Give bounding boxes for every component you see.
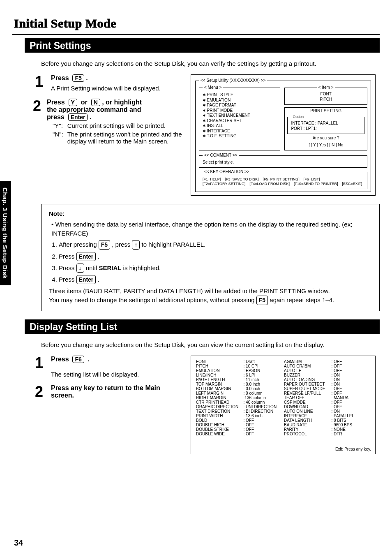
key-f6: F6 — [72, 356, 84, 363]
exit-line: Exit: Press any key. — [195, 447, 371, 451]
key-enter: Enter — [76, 275, 96, 284]
key-y: Y — [69, 99, 77, 106]
key-f5: F5 — [256, 296, 268, 305]
page-number: 34 — [14, 538, 23, 548]
section-bar-print-settings: Print Settings — [25, 38, 380, 53]
menu-item: CHARACTER SET — [203, 118, 277, 124]
step-text: Press any key to return to the Main scre… — [51, 384, 185, 399]
print-setting-title: PRINT SETTING — [287, 109, 364, 114]
key-n: N — [91, 99, 100, 106]
key-f5: F5 — [99, 240, 110, 249]
step-2: 2 Press any key to return to the Main sc… — [33, 384, 185, 399]
table-row: FONT: DraftAGM/IBM: OFF — [195, 359, 371, 364]
table-row: TOP MARGIN: 0.0 inchPAPER OUT DETECT: ON — [195, 382, 371, 386]
side-tab: Chap. 3 Using the Setup Disk — [0, 181, 11, 285]
t: Press — [47, 99, 65, 106]
note-li: Press ↓ until SERIAL is highlighted. — [59, 264, 372, 273]
table-row: DOUBLE WIDE: OFFPROTOCOL: DTR — [195, 432, 371, 436]
menu-item: INSTALL — [203, 123, 277, 129]
key-op: [F4=LOAD FROM DISK] — [249, 182, 290, 186]
setting-list-screen: FONT: DraftAGM/IBM: OFFPITCH: 10 CPIAUTO… — [191, 356, 376, 454]
y-label: "Y": — [51, 122, 65, 130]
confirm-text: Are you sure ? — [287, 136, 364, 141]
note-li: After pressing F5 , press ↑ to highlight… — [59, 240, 372, 249]
table-row: TEXT DIRECTION: BI DIRECTIONAUTO ON LINE… — [195, 409, 371, 414]
opt-line: INTERFACE : PARALLEL — [291, 121, 361, 126]
note-tail: You may need to change the settings of a… — [49, 296, 372, 305]
page-title: Initial Setup Mode — [14, 16, 380, 30]
item-line: FONT — [288, 92, 364, 97]
key-down-arrow: ↓ — [76, 264, 84, 273]
section-intro: Before you change any selections on the … — [41, 341, 380, 348]
key-op: [ESC=EXIT] — [342, 182, 362, 186]
table-row: LINE/INCH: 6 LPIBUZZER: ON — [195, 373, 371, 377]
comment-legend: << COMMENT >> — [203, 153, 239, 158]
t: , or highlight — [102, 99, 142, 106]
table-row: BOTTOM MARGIN: 0.0 inchSUPER QUIET MODE:… — [195, 386, 371, 391]
step-number: 2 — [33, 384, 45, 399]
table-row: LEFT MARGIN: 0 columnREVERSE LF/PULL: OF… — [195, 391, 371, 395]
note-li: Press Enter . — [59, 252, 372, 261]
yn-options: [ [ Y ] Yes ] [ N ] No — [287, 143, 364, 148]
menu-item: PAGE FORMAT — [203, 103, 277, 108]
section-title: Display Setting List — [25, 319, 380, 334]
key-enter: Enter — [68, 113, 88, 121]
comment-text: Select print style. — [203, 160, 364, 165]
rule — [12, 34, 380, 35]
key-op: [F5=PRINT SETTING] — [263, 177, 300, 182]
setup-utility-screen: << Setup Utility (XXXXXXXXXX) >> < Menu … — [191, 74, 376, 196]
step-1: 1 Press F5 . A Print Setting window will… — [33, 74, 185, 92]
n-label: "N": — [51, 130, 65, 145]
table-row: CTR PRINTHEAD: 40 columnCSF MODE: OFF — [195, 400, 371, 405]
table-row: DOUBLE STRIKE: OFFPARITY: NONE — [195, 427, 371, 432]
note-label: Note: — [49, 209, 372, 218]
item-line: PITCH — [288, 97, 364, 102]
note-tail: Three items (BAUD RATE, PARITY and DATA … — [49, 287, 372, 296]
step-number: 1 — [33, 356, 45, 379]
key-op: [F3=SAVE TO DISK] — [225, 177, 258, 182]
opt-line: PORT : LPT1: — [291, 126, 361, 132]
t: or — [81, 99, 88, 106]
keyop-legend: << KEY OPERATION >> — [203, 169, 251, 175]
note-box: Note: • When sending the data by serial … — [41, 204, 380, 311]
key-op: [F6=LIST] — [304, 177, 320, 182]
section-title: Print Settings — [25, 38, 380, 53]
key-op: [F2=FACTORY SETTING] — [203, 182, 245, 186]
section-bar-display-setting-list: Display Setting List — [25, 319, 380, 334]
step-number: 1 — [33, 74, 45, 92]
key-enter: Enter — [76, 252, 96, 261]
menu-item: TEXT ENHANCEMENT — [203, 113, 277, 118]
menu-item: INTERFACE — [203, 129, 277, 134]
table-row: PITCH: 10 CPIAUTO CR/IBM: OFF — [195, 364, 371, 368]
table-row: BOLD: OFFDATA LENGTH: 8 BITS — [195, 418, 371, 423]
key-up-arrow: ↑ — [132, 240, 140, 249]
section-intro: Before you change any selections on the … — [41, 60, 380, 67]
menu-legend: < Menu > — [203, 85, 223, 90]
y-text: Current print settings will be printed. — [66, 122, 184, 130]
menu-item: PRINT STYLE — [203, 92, 277, 98]
t: press — [47, 113, 65, 120]
step-number: 2 — [33, 99, 41, 146]
screen-title: << Setup Utility (XXXXXXXXXX) >> — [199, 78, 267, 83]
menu-item: PRINT MODE — [203, 108, 277, 113]
table-row: PAGE LENGTH: 11 inchAUTO LOADING: ON — [195, 377, 371, 382]
note-li: Press Enter . — [59, 275, 372, 284]
note-bullet: When sending the data by serial interfac… — [51, 221, 352, 237]
menu-item: T.O.F. SETTING — [203, 134, 277, 139]
table-row: GRAPHIC DIRECTION: UNI DIRECTIONDOWNLOAD… — [195, 405, 371, 409]
t: the appropriate command and — [47, 106, 141, 113]
option-legend: Option — [291, 115, 305, 119]
table-row: DOUBLE HIGH: OFFBAUD RATE: 9600 BPS — [195, 423, 371, 427]
key-op: [F10=SEND TO PRINTER] — [294, 182, 338, 186]
menu-item: EMULATION — [203, 98, 277, 103]
table-row: EMULATION: EPSONAUTO LF: OFF — [195, 368, 371, 373]
step-body: The setting list will be displayed. — [51, 370, 139, 379]
step-body: A Print Setting window will be displayed… — [51, 84, 161, 92]
key-op: [F1=HELP] — [203, 177, 221, 182]
t: Press — [51, 356, 69, 363]
step-2: 2 Press Y or N , or highlight the approp… — [33, 99, 185, 146]
key-f5: F5 — [72, 74, 84, 82]
table-row: RIGHT MARGIN:136 columnTEAR OFF: MANUAL — [195, 395, 371, 400]
table-row: PRINT WIDTH: 13.6 inchINTERFACE: PARALLE… — [195, 414, 371, 418]
step-text: Press — [51, 74, 69, 81]
